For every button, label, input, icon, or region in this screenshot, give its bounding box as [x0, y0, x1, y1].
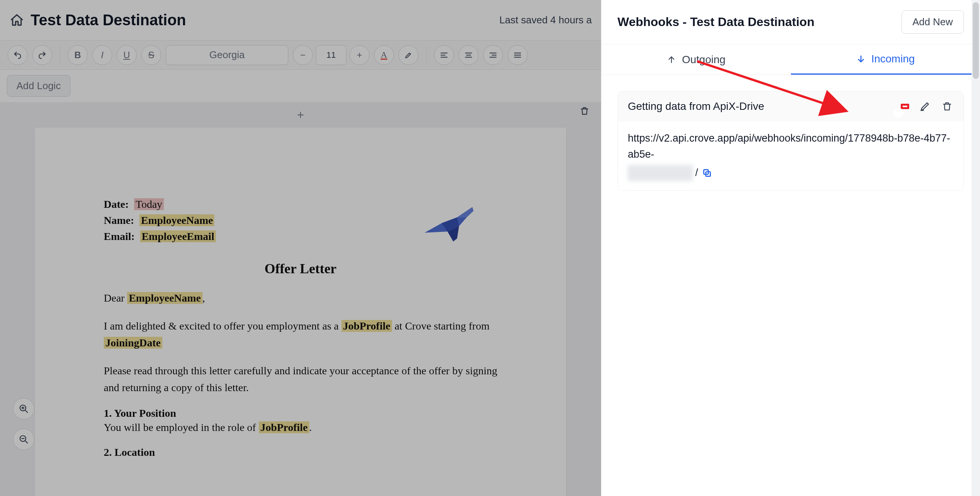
section-2-heading: 2. Location — [104, 446, 497, 458]
text-color-button[interactable]: A — [374, 45, 394, 65]
font-family-select[interactable]: Georgia — [166, 45, 288, 65]
strike-button[interactable]: S — [141, 45, 161, 65]
name-variable[interactable]: EmployeeName — [139, 214, 214, 226]
zoom-in-button[interactable] — [13, 398, 34, 419]
align-justify-button[interactable] — [508, 45, 528, 65]
align-center-button[interactable] — [459, 45, 479, 65]
job-profile-variable[interactable]: JobProfile — [341, 320, 392, 332]
edit-webhook-button[interactable] — [918, 100, 931, 113]
webhook-name: Getting data from ApiX-Drive — [628, 100, 764, 113]
webhook-tabs: Outgoing Incoming — [601, 44, 980, 75]
document-canvas: ＋ Date: Today Name: EmployeeName Email: … — [0, 102, 601, 496]
font-size-increase[interactable]: + — [350, 45, 369, 65]
scrollbar[interactable] — [972, 0, 980, 496]
zoom-out-button[interactable] — [13, 429, 34, 450]
editor-area: Test Data Destination Last saved 4 hours… — [0, 0, 601, 496]
webhooks-side-panel: Webhooks - Test Data Destination Add New… — [601, 0, 980, 496]
job-profile-variable-2[interactable]: JobProfile — [259, 421, 309, 433]
delete-webhook-button[interactable] — [941, 100, 954, 113]
date-label: Date: — [104, 198, 129, 210]
bird-logo-icon — [421, 196, 478, 244]
offer-paragraph-1: I am delighted & excited to offer you em… — [104, 318, 497, 351]
webhook-url-hidden: xxxxxxxxxxxx — [628, 165, 693, 181]
tab-incoming-label: Incoming — [871, 53, 915, 65]
last-saved-label: Last saved 4 hours a — [500, 14, 592, 26]
name-label: Name: — [104, 214, 134, 226]
copy-url-button[interactable] — [702, 168, 712, 178]
underline-button[interactable]: U — [117, 45, 137, 65]
email-label: Email: — [104, 230, 135, 242]
bold-button[interactable]: B — [68, 45, 88, 65]
offer-letter-heading: Offer Letter — [104, 261, 497, 277]
add-block-icon[interactable]: ＋ — [295, 107, 306, 122]
delete-page-icon[interactable] — [580, 106, 590, 119]
svg-marker-3 — [457, 207, 474, 217]
add-logic-button[interactable]: Add Logic — [7, 75, 70, 97]
font-size-value[interactable]: 11 — [316, 45, 346, 65]
align-left-button[interactable] — [434, 45, 454, 65]
align-right-button[interactable] — [483, 45, 503, 65]
webhook-card: Getting data from ApiX-Drive https://v2.… — [617, 91, 964, 191]
joining-date-variable[interactable]: JoiningDate — [104, 337, 162, 349]
section-1-body: You will be employed in the role of JobP… — [104, 419, 497, 436]
document-page[interactable]: Date: Today Name: EmployeeName Email: Em… — [34, 127, 567, 496]
section-1-heading: 1. Your Position — [104, 407, 497, 419]
employee-name-variable[interactable]: EmployeeName — [127, 292, 202, 304]
redo-button[interactable] — [32, 45, 52, 65]
panel-title: Webhooks - Test Data Destination — [617, 15, 814, 29]
greeting-line: Dear EmployeeName, — [104, 290, 497, 306]
editor-header: Test Data Destination Last saved 4 hours… — [0, 0, 601, 41]
italic-button[interactable]: I — [92, 45, 112, 65]
highlight-button[interactable] — [399, 45, 418, 65]
annotation-highlight — [901, 104, 909, 109]
tab-incoming[interactable]: Incoming — [791, 44, 980, 75]
offer-paragraph-2: Please read through this letter carefull… — [104, 362, 497, 396]
date-variable[interactable]: Today — [134, 198, 164, 210]
tab-outgoing-label: Outgoing — [682, 54, 725, 66]
formatting-toolbar: B I U S Georgia − 11 + A — [0, 41, 601, 70]
document-title[interactable]: Test Data Destination — [31, 11, 186, 29]
webhook-url: https://v2.api.crove.app/api/webhooks/in… — [618, 121, 964, 190]
tab-outgoing[interactable]: Outgoing — [601, 44, 791, 75]
email-variable[interactable]: EmployeeEmail — [140, 230, 216, 242]
undo-button[interactable] — [8, 45, 28, 65]
font-size-decrease[interactable]: − — [293, 45, 313, 65]
add-new-button[interactable]: Add New — [902, 10, 964, 34]
home-icon[interactable] — [9, 13, 24, 28]
